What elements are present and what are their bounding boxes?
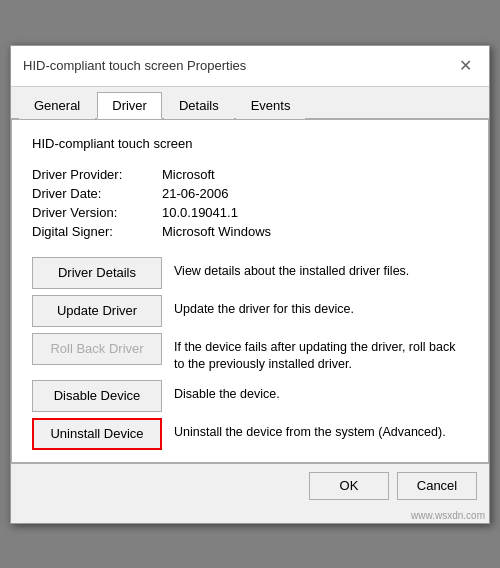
close-button[interactable]: ✕ — [453, 54, 477, 78]
tab-content: HID-compliant touch screen Driver Provid… — [11, 119, 489, 463]
action-buttons-section: Driver Details View details about the in… — [32, 257, 468, 450]
properties-window: HID-compliant touch screen Properties ✕ … — [10, 45, 490, 524]
driver-provider-label: Driver Provider: — [32, 167, 162, 182]
driver-date-value: 21-06-2006 — [162, 186, 229, 201]
watermark: www.wsxdn.com — [11, 508, 489, 523]
driver-date-label: Driver Date: — [32, 186, 162, 201]
driver-info-section: Driver Provider: Microsoft Driver Date: … — [32, 167, 468, 239]
driver-date-row: Driver Date: 21-06-2006 — [32, 186, 468, 201]
digital-signer-label: Digital Signer: — [32, 224, 162, 239]
window-title: HID-compliant touch screen Properties — [23, 58, 246, 73]
cancel-button[interactable]: Cancel — [397, 472, 477, 500]
driver-version-label: Driver Version: — [32, 205, 162, 220]
uninstall-device-button[interactable]: Uninstall Device — [32, 418, 162, 450]
tab-events[interactable]: Events — [236, 92, 306, 119]
tab-bar: General Driver Details Events — [11, 87, 489, 119]
update-driver-row: Update Driver Update the driver for this… — [32, 295, 468, 327]
tab-driver[interactable]: Driver — [97, 92, 162, 119]
driver-provider-row: Driver Provider: Microsoft — [32, 167, 468, 182]
ok-button[interactable]: OK — [309, 472, 389, 500]
update-driver-button[interactable]: Update Driver — [32, 295, 162, 327]
driver-details-description: View details about the installed driver … — [174, 257, 409, 281]
roll-back-driver-description: If the device fails after updating the d… — [174, 333, 468, 374]
driver-version-row: Driver Version: 10.0.19041.1 — [32, 205, 468, 220]
tab-general[interactable]: General — [19, 92, 95, 119]
tab-details[interactable]: Details — [164, 92, 234, 119]
driver-details-button[interactable]: Driver Details — [32, 257, 162, 289]
digital-signer-value: Microsoft Windows — [162, 224, 271, 239]
roll-back-driver-button[interactable]: Roll Back Driver — [32, 333, 162, 365]
update-driver-description: Update the driver for this device. — [174, 295, 354, 319]
uninstall-device-row: Uninstall Device Uninstall the device fr… — [32, 418, 468, 450]
driver-provider-value: Microsoft — [162, 167, 215, 182]
driver-details-row: Driver Details View details about the in… — [32, 257, 468, 289]
digital-signer-row: Digital Signer: Microsoft Windows — [32, 224, 468, 239]
uninstall-device-description: Uninstall the device from the system (Ad… — [174, 418, 446, 442]
device-name: HID-compliant touch screen — [32, 136, 468, 151]
disable-device-row: Disable Device Disable the device. — [32, 380, 468, 412]
title-bar: HID-compliant touch screen Properties ✕ — [11, 46, 489, 87]
roll-back-driver-row: Roll Back Driver If the device fails aft… — [32, 333, 468, 374]
disable-device-description: Disable the device. — [174, 380, 280, 404]
dialog-footer: OK Cancel — [11, 463, 489, 508]
driver-version-value: 10.0.19041.1 — [162, 205, 238, 220]
disable-device-button[interactable]: Disable Device — [32, 380, 162, 412]
